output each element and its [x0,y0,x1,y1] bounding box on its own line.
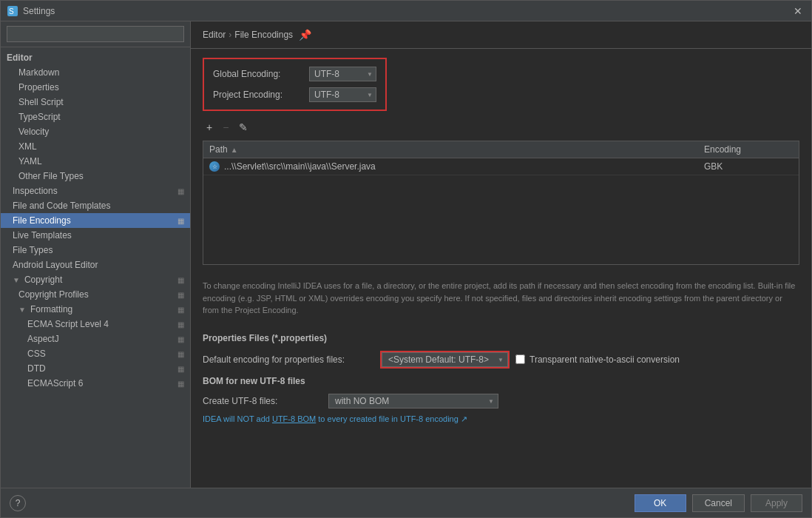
file-encodings-label: File Encodings [13,215,71,226]
sidebar-item-ecmascript-6[interactable]: ECMAScript 6 ▦ [1,376,190,391]
properties-encoding-row: Default encoding for properties files: <… [203,351,799,369]
pin-icon[interactable]: 📌 [299,29,311,41]
sidebar-item-ecma-script-level-4[interactable]: ECMA Script Level 4 ▦ [1,317,190,332]
search-input[interactable] [7,26,184,42]
edit-button[interactable]: ✎ [235,120,251,135]
bom-select-wrapper: with NO BOM with BOM with BOM if Windows… [328,394,498,408]
sidebar-item-markdown[interactable]: Markdown [1,65,190,80]
remove-button[interactable]: − [219,120,232,135]
aspectj-label: AspectJ [27,334,59,344]
title-bar: S Settings ✕ [1,1,811,21]
properties-encoding-select[interactable]: <System Default: UTF-8> UTF-8 UTF-16 ISO… [382,352,508,367]
bom-section: BOM for new UTF-8 files Create UTF-8 fil… [203,376,799,424]
ecma-script-icon: ▦ [177,320,184,329]
sidebar-item-inspections[interactable]: Inspections ▦ [1,184,190,198]
sidebar: Editor Markdown Properties Shell Script … [1,21,191,488]
footer-right: OK Cancel Apply [635,494,802,512]
sidebar-item-dtd[interactable]: DTD ▦ [1,361,190,376]
project-encoding-select-wrapper: UTF-8 UTF-16 ISO-8859-1 GBK [309,87,376,102]
markdown-label: Markdown [18,67,59,78]
sidebar-item-properties[interactable]: Properties [1,80,190,95]
aspectj-icon: ▦ [177,335,184,343]
settings-window: S Settings ✕ Editor Markdown Properties [0,0,812,518]
bom-info-suffix: to every created file in UTF-8 encoding … [318,414,467,423]
sidebar-item-copyright[interactable]: ▼ Copyright ▦ [1,272,190,287]
bom-info-link[interactable]: UTF-8 BOM [272,414,316,423]
copyright-icon: ▦ [177,276,184,284]
encoding-cell: GBK [704,161,793,172]
close-button[interactable]: ✕ [791,5,805,17]
properties-encoding-label: Default encoding for properties files: [203,354,380,365]
sidebar-item-live-templates[interactable]: Live Templates [1,228,190,243]
global-encoding-label: Global Encoding: [213,69,309,79]
main-content: Editor Markdown Properties Shell Script … [1,21,811,488]
encoding-highlight-section: Global Encoding: UTF-8 UTF-16 ISO-8859-1… [203,58,387,111]
sidebar-item-other-file-types[interactable]: Other File Types [1,169,190,184]
copyright-profiles-icon: ▦ [177,291,184,299]
properties-section-title: Properties Files (*.properties) [203,333,799,343]
file-encoding-toolbar: + − ✎ [203,120,799,135]
project-encoding-select[interactable]: UTF-8 UTF-16 ISO-8859-1 GBK [309,87,376,102]
breadcrumb-separator: › [229,30,231,40]
sidebar-item-file-types[interactable]: File Types [1,243,190,258]
dtd-label: DTD [27,363,46,374]
formatting-expand-arrow: ▼ [18,306,26,314]
sidebar-item-editor[interactable]: Editor [1,50,190,65]
formatting-label: Formatting [30,304,72,314]
search-box [1,21,190,47]
project-encoding-label: Project Encoding: [213,90,309,100]
table-row[interactable]: ☆ ...\\Servlet\\src\\main\\java\\Server.… [203,158,799,175]
add-button[interactable]: + [203,120,216,135]
bom-create-label: Create UTF-8 files: [203,396,328,406]
global-encoding-select[interactable]: UTF-8 UTF-16 ISO-8859-1 GBK [309,67,376,81]
sidebar-item-android-layout-editor[interactable]: Android Layout Editor [1,258,190,272]
project-encoding-row: Project Encoding: UTF-8 UTF-16 ISO-8859-… [213,87,376,102]
css-icon: ▦ [177,350,184,358]
file-encodings-icon: ▦ [177,217,184,225]
footer-left: ? [10,495,26,511]
sidebar-item-xml[interactable]: XML [1,139,190,154]
file-types-label: File Types [13,245,53,255]
transparent-checkbox[interactable] [515,354,525,364]
xml-label: XML [18,141,37,152]
properties-label: Properties [18,82,59,92]
ecma-script-level-4-label: ECMA Script Level 4 [27,319,109,329]
sidebar-item-file-code-templates[interactable]: File and Code Templates [1,198,190,213]
bom-create-select[interactable]: with NO BOM with BOM with BOM if Windows… [328,394,498,408]
bom-section-title: BOM for new UTF-8 files [203,376,799,386]
sidebar-item-typescript[interactable]: TypeScript [1,110,190,124]
sidebar-item-aspectj[interactable]: AspectJ ▦ [1,332,190,346]
copyright-label: Copyright [24,275,62,285]
sidebar-item-yaml[interactable]: YAML [1,154,190,169]
shell-script-label: Shell Script [18,97,64,107]
file-path: ...\\Servlet\\src\\main\\java\\Server.ja… [224,161,376,172]
sidebar-item-file-encodings[interactable]: File Encodings ▦ [1,213,190,228]
copyright-expand-arrow: ▼ [13,276,20,284]
empty-table-area [203,175,799,264]
file-code-templates-label: File and Code Templates [13,201,111,211]
path-cell: ☆ ...\\Servlet\\src\\main\\java\\Server.… [209,161,704,172]
sidebar-item-velocity[interactable]: Velocity [1,124,190,139]
content-body: Global Encoding: UTF-8 UTF-16 ISO-8859-1… [191,49,811,488]
apply-button[interactable]: Apply [751,494,802,512]
breadcrumb-parent: Editor [203,30,226,40]
sidebar-item-formatting[interactable]: ▼ Formatting ▦ [1,302,190,317]
ok-button[interactable]: OK [635,494,686,512]
sidebar-item-css[interactable]: CSS ▦ [1,346,190,361]
window-title: Settings [23,6,791,16]
table-header: Path ▲ Encoding [203,141,799,158]
sidebar-item-copyright-profiles[interactable]: Copyright Profiles ▦ [1,287,190,302]
help-button[interactable]: ? [10,495,26,511]
inspections-icon: ▦ [177,187,184,195]
bom-info-prefix: IDEA will NOT add [203,414,272,423]
sidebar-item-shell-script[interactable]: Shell Script [1,95,190,110]
path-header: Path ▲ [209,144,704,155]
cancel-button[interactable]: Cancel [692,494,745,512]
other-file-types-label: Other File Types [18,171,84,181]
info-text: To change encoding IntelliJ IDEA uses fo… [203,274,799,323]
velocity-label: Velocity [18,127,49,137]
nav-list: Editor Markdown Properties Shell Script … [1,47,190,488]
file-encoding-table: Path ▲ Encoding ☆ ...\\Servlet\\src\\mai… [203,141,799,265]
bom-create-row: Create UTF-8 files: with NO BOM with BOM… [203,394,799,408]
css-label: CSS [27,349,46,359]
